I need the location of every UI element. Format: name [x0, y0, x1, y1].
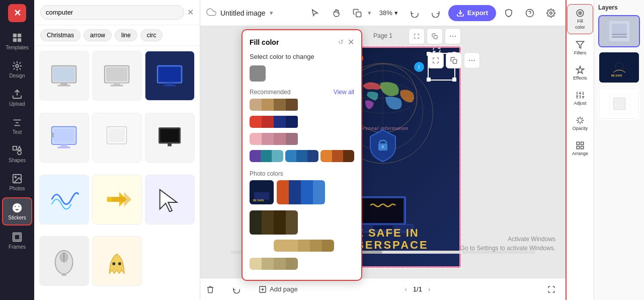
- layer-item-1[interactable]: [598, 15, 640, 47]
- color-swatch[interactable]: [332, 150, 343, 162]
- color-swatch[interactable]: [313, 180, 325, 204]
- canvas-more-button[interactable]: ⋯: [464, 52, 480, 68]
- sidebar-item-photos[interactable]: Photos: [2, 169, 32, 195]
- element-copy-handle[interactable]: [427, 28, 443, 44]
- sticker-item[interactable]: [92, 51, 142, 101]
- search-clear-button[interactable]: ✕: [187, 8, 194, 17]
- photo-thumb[interactable]: BE SAFE: [250, 180, 274, 204]
- redo-button[interactable]: [427, 6, 444, 21]
- search-input[interactable]: [40, 5, 184, 20]
- color-swatch[interactable]: [343, 150, 354, 162]
- color-swatch[interactable]: [286, 133, 298, 145]
- sticker-item[interactable]: [92, 236, 142, 286]
- color-swatch[interactable]: [262, 210, 274, 235]
- hand-tool-button[interactable]: [328, 6, 345, 21]
- color-swatch[interactable]: [286, 116, 298, 128]
- color-swatch[interactable]: [286, 210, 298, 235]
- color-swatch[interactable]: [262, 258, 274, 270]
- undo-button[interactable]: [406, 6, 423, 21]
- opacity-panel-button[interactable]: Opacity: [567, 112, 593, 135]
- color-swatch[interactable]: [322, 240, 334, 252]
- sticker-item[interactable]: [145, 175, 195, 224]
- tag-christmas[interactable]: Christmas: [40, 29, 80, 41]
- effects-panel-button[interactable]: Effects: [567, 61, 593, 85]
- color-swatch[interactable]: [274, 99, 286, 111]
- filters-panel-button[interactable]: Filters: [567, 36, 593, 59]
- color-swatch[interactable]: [274, 133, 286, 145]
- sidebar-item-stickers[interactable]: Stickers: [2, 197, 32, 226]
- color-swatch[interactable]: [285, 150, 296, 162]
- tag-arrow[interactable]: arrow: [84, 29, 112, 41]
- color-swatch[interactable]: [262, 99, 274, 111]
- color-swatch[interactable]: [298, 240, 310, 252]
- arrange-panel-button[interactable]: Arrange: [567, 137, 593, 160]
- color-swatch[interactable]: [286, 99, 298, 111]
- fill-color-reset-icon[interactable]: ↺: [338, 38, 344, 46]
- selected-color-swatch[interactable]: [250, 65, 266, 82]
- sidebar-item-upload[interactable]: Upload: [2, 85, 32, 111]
- color-swatch[interactable]: [310, 240, 322, 252]
- color-swatch[interactable]: [250, 116, 262, 128]
- fill-color-panel-button[interactable]: Fill color: [567, 4, 593, 34]
- zoom-control[interactable]: 38% ▾: [375, 7, 402, 19]
- color-swatch[interactable]: [261, 150, 272, 162]
- color-swatch[interactable]: [262, 133, 274, 145]
- sidebar-item-frames[interactable]: Frames: [2, 228, 32, 254]
- canvas-copy-button[interactable]: [446, 52, 462, 68]
- sticker-item[interactable]: [39, 51, 89, 101]
- fullscreen-button[interactable]: [541, 282, 561, 296]
- color-swatch[interactable]: [274, 258, 286, 270]
- color-swatch[interactable]: [250, 258, 262, 270]
- layer-item-2[interactable]: BE SAFE: [598, 51, 640, 84]
- cursor-tool-button[interactable]: [306, 6, 324, 21]
- color-swatch[interactable]: [286, 258, 298, 270]
- color-swatch[interactable]: [250, 99, 262, 111]
- sticker-item[interactable]: [39, 113, 89, 163]
- color-swatch[interactable]: [307, 150, 318, 162]
- color-swatch[interactable]: [274, 116, 286, 128]
- color-swatch[interactable]: [296, 150, 307, 162]
- view-all-button[interactable]: View all: [334, 89, 354, 96]
- sidebar-item-text[interactable]: Text: [2, 113, 32, 139]
- sticker-item[interactable]: [145, 113, 195, 163]
- sticker-item[interactable]: [145, 51, 195, 101]
- page-prev-button[interactable]: ‹: [403, 283, 409, 295]
- help-button[interactable]: [521, 6, 538, 21]
- add-page-button[interactable]: Add page: [253, 282, 304, 296]
- copy-tool-button[interactable]: [349, 6, 366, 21]
- copy-dropdown-icon[interactable]: ▾: [368, 9, 371, 17]
- sidebar-item-shapes[interactable]: Shapes: [2, 141, 32, 167]
- shield-button[interactable]: [500, 6, 517, 21]
- color-swatch[interactable]: [250, 150, 261, 162]
- color-swatch[interactable]: [274, 240, 298, 252]
- canvas-resize-button[interactable]: [428, 52, 444, 68]
- color-swatch[interactable]: [301, 180, 313, 204]
- sticker-item[interactable]: [92, 175, 142, 224]
- color-swatch[interactable]: [277, 180, 289, 204]
- sidebar-item-design[interactable]: Design: [2, 56, 32, 83]
- color-swatch[interactable]: [250, 133, 262, 145]
- color-swatch[interactable]: [289, 180, 301, 204]
- layer-item-3[interactable]: [598, 88, 640, 120]
- color-swatch[interactable]: [262, 116, 274, 128]
- element-resize-handle[interactable]: [409, 28, 425, 44]
- export-button[interactable]: Export: [448, 5, 496, 21]
- undo-bottom-button[interactable]: [226, 282, 247, 296]
- color-swatch[interactable]: [250, 210, 262, 235]
- sidebar-item-templates[interactable]: Templates: [2, 28, 32, 54]
- tag-line[interactable]: line: [115, 29, 137, 41]
- sticker-item[interactable]: [39, 175, 89, 224]
- color-swatch[interactable]: [320, 150, 332, 162]
- color-swatch[interactable]: [272, 150, 283, 162]
- trash-button[interactable]: [200, 282, 220, 296]
- page-next-button[interactable]: ›: [426, 283, 432, 295]
- fill-color-close-button[interactable]: ✕: [348, 37, 354, 47]
- tag-circ[interactable]: circ: [140, 29, 163, 41]
- sticker-item[interactable]: [39, 236, 89, 286]
- sticker-item[interactable]: [92, 113, 142, 163]
- adjust-panel-button[interactable]: Adjust: [567, 87, 593, 110]
- color-swatch[interactable]: [274, 210, 286, 235]
- element-more-handle[interactable]: ⋯: [445, 28, 461, 44]
- app-logo[interactable]: ✕: [8, 4, 26, 22]
- title-dropdown-icon[interactable]: ▾: [270, 9, 273, 17]
